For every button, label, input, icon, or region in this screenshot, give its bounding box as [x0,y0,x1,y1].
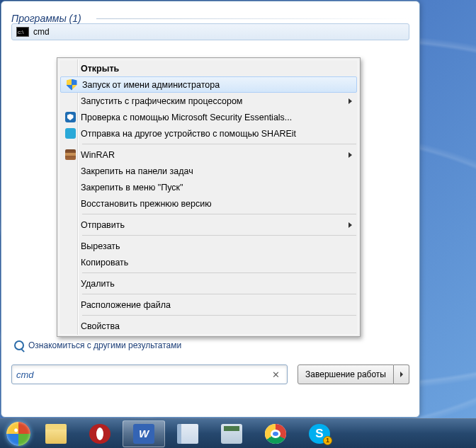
notepad-icon [177,424,198,444]
taskbar-item-notepad[interactable] [166,420,209,447]
divider [96,18,409,19]
context-menu-item[interactable]: Отправка на другое устройство с помощью … [60,125,358,142]
opera-icon [89,424,110,444]
chrome-icon [265,424,286,444]
context-menu-item[interactable]: Проверка с помощью Microsoft Security Es… [60,109,358,125]
context-menu-item-label: Открыть [81,64,345,74]
context-menu-item-label: WinRAR [81,150,345,160]
context-menu-item-label: Свойства [81,321,345,331]
context-menu-item-label: Расположение файла [81,300,345,310]
search-result-label: cmd [33,27,50,37]
taskbar-item-opera[interactable] [79,420,121,447]
shutdown-options-arrow[interactable] [394,364,409,384]
context-menu-separator [82,272,356,273]
context-menu-item-label: Закрепить на панели задач [81,166,345,176]
context-menu-item-label: Восстановить прежнюю версию [81,199,345,209]
cmd-icon: c:\ [16,27,29,37]
context-menu-item[interactable]: Расположение файла [60,297,358,313]
context-menu-item-label: Закрепить в меню "Пуск" [81,183,345,193]
context-menu-item-label: Отправка на другое устройство с помощью … [81,129,345,139]
context-menu-separator [82,235,356,236]
explorer-icon [45,424,67,444]
context-menu-item-label: Копировать [81,258,345,268]
shutdown-split-button: Завершение работы [298,364,409,384]
taskbar-item-skype[interactable]: S1 [298,420,341,447]
search-result-cmd[interactable]: c:\ cmd [11,23,409,40]
mse-icon [60,112,81,122]
context-menu-item-label: Удалить [81,279,345,289]
taskbar-item-word[interactable]: W [123,420,165,447]
word-icon: W [133,424,154,444]
winrar-icon [60,149,81,160]
context-menu-item-label: Запуск от имени администратора [82,80,344,90]
start-menu-bottom-row: ✕ Завершение работы [11,364,409,384]
calculator-icon [221,424,242,444]
taskbar-item-chrome[interactable] [254,420,297,447]
start-button[interactable] [3,420,34,447]
context-menu-item[interactable]: Восстановить прежнюю версию [60,195,358,212]
context-menu-item-label: Проверка с помощью Microsoft Security Es… [81,113,345,122]
context-menu-separator [82,144,356,144]
shield-icon [61,79,82,91]
context-menu-item[interactable]: Запустить с графическим процессором [60,93,358,109]
notification-badge: 1 [323,436,332,445]
context-menu: ОткрытьЗапуск от имени администратораЗап… [57,57,361,337]
skype-icon: S1 [309,424,330,444]
taskbar-item-calculator[interactable] [210,420,253,447]
context-menu-item-label: Вырезать [81,241,345,251]
clear-search-icon[interactable]: ✕ [269,369,283,380]
context-menu-item[interactable]: Закрепить в меню "Пуск" [60,179,358,195]
context-menu-item-label: Отправить [81,220,345,230]
context-menu-item[interactable]: Удалить [60,275,358,292]
context-menu-item[interactable]: Копировать [60,254,358,270]
context-menu-item[interactable]: Свойства [60,318,358,334]
taskbar: WS1 [0,418,476,448]
context-menu-item[interactable]: Закрепить на панели задач [60,163,358,179]
context-menu-separator [82,315,356,316]
context-menu-item[interactable]: WinRAR [60,147,358,163]
context-menu-item[interactable]: Отправить [60,217,358,233]
see-more-label: Ознакомиться с другими результатами [28,340,181,350]
shareit-icon [60,128,81,139]
see-more-results-link[interactable]: Ознакомиться с другими результатами [11,336,409,355]
context-menu-item[interactable]: Запуск от имени администратора [60,76,357,93]
search-input[interactable] [16,369,269,380]
magnifier-icon [14,340,24,350]
context-menu-item[interactable]: Открыть [60,60,358,76]
shutdown-button[interactable]: Завершение работы [298,364,394,384]
context-menu-item-label: Запустить с графическим процессором [81,96,345,106]
taskbar-item-explorer[interactable] [35,420,77,447]
search-box[interactable]: ✕ [11,364,288,384]
context-menu-item[interactable]: Вырезать [60,238,358,254]
windows-logo-icon [6,422,30,446]
context-menu-separator [82,214,356,214]
context-menu-separator [82,294,356,294]
